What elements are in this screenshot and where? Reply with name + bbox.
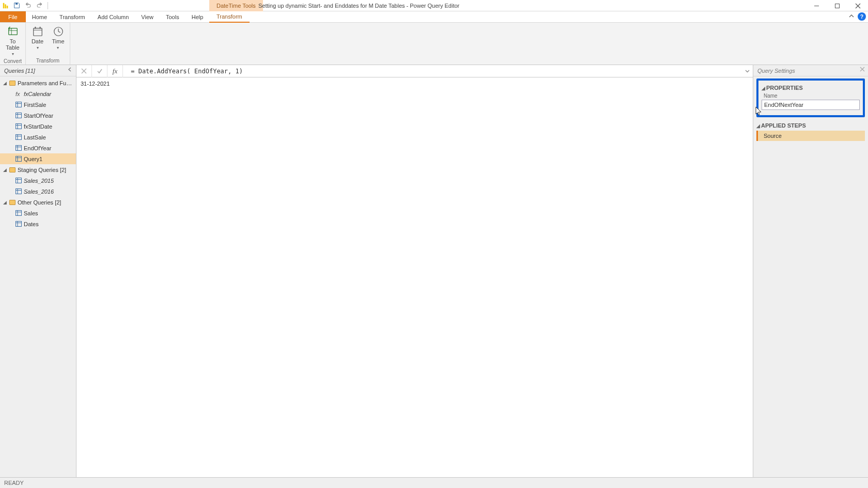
svg-rect-45	[16, 222, 22, 227]
to-table-button[interactable]: To Table▾	[3, 25, 23, 58]
queries-tree[interactable]: ◢Parameters and Fu…fxfxCalendarFirstSale…	[0, 76, 76, 477]
date-button[interactable]: Date▾	[27, 25, 48, 52]
cancel-formula-icon[interactable]	[76, 65, 92, 77]
main-area: Queries [11] ◢Parameters and Fu…fxfxCale…	[0, 65, 868, 477]
tab-tools[interactable]: Tools	[160, 11, 185, 22]
tab-add-column[interactable]: Add Column	[91, 11, 135, 22]
status-text: READY	[4, 480, 24, 486]
formula-input[interactable]	[123, 68, 741, 75]
svg-rect-27	[16, 135, 22, 140]
svg-rect-14	[39, 27, 40, 29]
svg-rect-1	[5, 4, 6, 8]
query-settings-header: Query Settings	[753, 65, 868, 76]
query-settings-title: Query Settings	[757, 68, 795, 74]
formula-bar: fx	[76, 65, 753, 77]
date-label: Date	[32, 38, 43, 44]
redo-icon[interactable]	[35, 2, 43, 10]
quick-access-toolbar	[0, 2, 49, 10]
undo-icon[interactable]	[24, 2, 32, 10]
ribbon-group-caption: Transform	[26, 56, 70, 65]
expand-formula-icon[interactable]	[741, 68, 753, 74]
query-item[interactable]: Sales_2016	[0, 186, 76, 197]
svg-line-17	[58, 32, 60, 33]
tab-view[interactable]: View	[135, 11, 160, 22]
tab-home[interactable]: Home	[26, 11, 53, 22]
name-field-label: Name	[764, 93, 860, 99]
window-title: Setting up dynamic Start- and Enddates f…	[258, 0, 459, 11]
svg-rect-42	[16, 211, 22, 216]
queries-pane: Queries [11] ◢Parameters and Fu…fxfxCale…	[0, 65, 76, 477]
fx-icon[interactable]: fx	[107, 65, 123, 77]
folder-icon	[9, 81, 16, 86]
properties-section-title: ◢PROPERTIES	[762, 85, 860, 91]
applied-steps-title: ◢APPLIED STEPS	[756, 122, 865, 129]
ribbon-group-transform: Date▾ Time▾ Transform	[26, 23, 70, 65]
to-table-label: To Table	[6, 38, 19, 51]
query-settings-pane: Query Settings ◢PROPERTIES Name ◢APPLIED…	[753, 65, 868, 477]
query-item[interactable]: LastSale	[0, 132, 76, 143]
applied-step[interactable]: Source	[756, 131, 865, 141]
folder-icon	[9, 167, 16, 172]
svg-rect-36	[16, 178, 22, 183]
time-label: Time	[52, 38, 64, 44]
svg-rect-33	[16, 156, 22, 162]
function-icon: fx	[16, 91, 22, 97]
save-icon[interactable]	[12, 2, 21, 10]
svg-rect-39	[16, 189, 22, 194]
folder-icon	[9, 200, 16, 205]
query-item[interactable]: Sales	[0, 208, 76, 218]
commit-formula-icon[interactable]	[92, 65, 107, 77]
data-preview: 31-12-2021	[76, 77, 753, 477]
time-button[interactable]: Time▾	[48, 25, 69, 52]
svg-rect-5	[835, 4, 839, 8]
svg-rect-0	[3, 3, 5, 8]
query-item[interactable]: fxfxCalendar	[0, 88, 76, 99]
query-item[interactable]: Sales_2015	[0, 175, 76, 186]
svg-rect-2	[7, 6, 8, 8]
minimize-button[interactable]	[806, 0, 827, 11]
tab-transform-contextual[interactable]: Transform	[209, 11, 250, 23]
center-pane: fx 31-12-2021	[76, 65, 753, 477]
query-item[interactable]: StartOfYear	[0, 110, 76, 121]
query-item[interactable]: Dates	[0, 218, 76, 229]
queries-header-label: Queries [11]	[4, 68, 35, 74]
tab-file[interactable]: File	[0, 11, 26, 22]
queries-header: Queries [11]	[0, 65, 76, 76]
status-bar: READY	[0, 477, 868, 488]
app-icon	[2, 2, 9, 9]
queries-folder[interactable]: ◢Parameters and Fu…	[0, 77, 76, 88]
query-item[interactable]: FirstSale	[0, 99, 76, 110]
title-bar: DateTime Tools Setting up dynamic Start-…	[0, 0, 868, 11]
svg-rect-13	[35, 27, 36, 29]
contextual-tab-label: DateTime Tools	[209, 0, 263, 11]
ribbon-tabs: File Home Transform Add Column View Tool…	[0, 11, 868, 23]
collapse-queries-icon[interactable]	[67, 67, 73, 73]
svg-rect-21	[16, 113, 22, 118]
query-item[interactable]: fxStartDate	[0, 121, 76, 132]
window-controls	[806, 0, 868, 11]
svg-rect-18	[16, 102, 22, 107]
query-item[interactable]: Query1	[0, 153, 76, 164]
svg-rect-24	[16, 124, 22, 129]
ribbon-body: To Table▾ Convert Date▾ Time▾ Transform	[0, 23, 868, 65]
ribbon-group-caption: Convert	[0, 58, 25, 65]
queries-folder[interactable]: ◢Other Queries [2]	[0, 197, 76, 208]
svg-rect-30	[16, 146, 22, 151]
tab-help[interactable]: Help	[185, 11, 210, 22]
query-item[interactable]: EndOfYear	[0, 143, 76, 153]
close-button[interactable]	[847, 0, 868, 11]
svg-rect-11	[33, 28, 42, 36]
help-badge-icon[interactable]: ?	[858, 12, 866, 21]
properties-section-highlight: ◢PROPERTIES Name	[756, 78, 865, 117]
qat-separator	[48, 2, 48, 9]
scalar-value: 31-12-2021	[81, 81, 110, 87]
applied-steps-list: Source	[756, 131, 865, 141]
svg-rect-3	[16, 3, 18, 5]
maximize-button[interactable]	[827, 0, 847, 11]
ribbon-group-convert: To Table▾ Convert	[0, 23, 26, 65]
tab-transform[interactable]: Transform	[53, 11, 91, 22]
close-settings-icon[interactable]	[860, 67, 865, 73]
queries-folder[interactable]: ◢Staging Queries [2]	[0, 164, 76, 175]
query-name-input[interactable]	[762, 100, 860, 110]
collapse-ribbon-icon[interactable]	[848, 13, 855, 20]
